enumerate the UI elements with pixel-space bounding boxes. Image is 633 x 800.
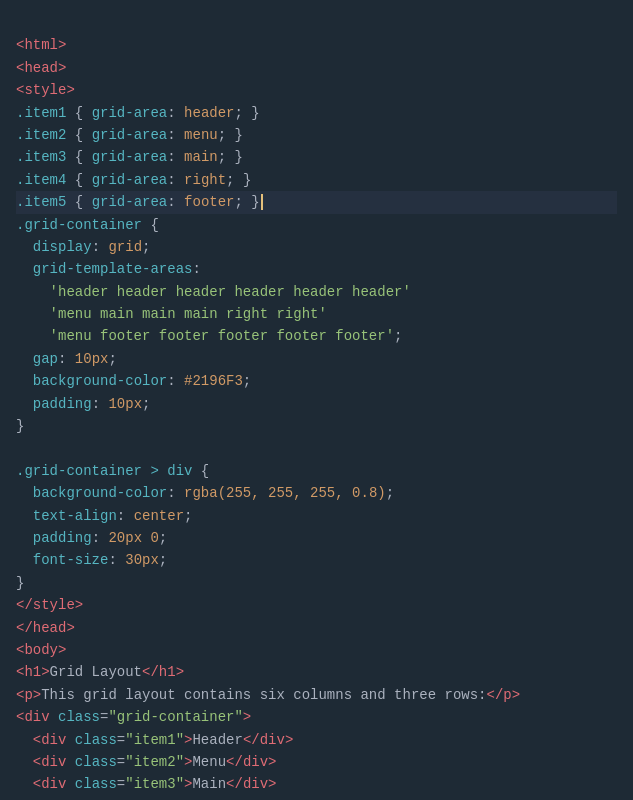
line: <div class="item3">Main</div>: [16, 773, 617, 795]
line: <h1>Grid Layout</h1>: [16, 661, 617, 683]
line: 'menu main main main right right': [16, 303, 617, 325]
line: padding: 10px;: [16, 393, 617, 415]
line: gap: 10px;: [16, 348, 617, 370]
line: <div class="item4">Right</div>: [16, 796, 617, 800]
line: background-color: #2196F3;: [16, 370, 617, 392]
line: [16, 437, 617, 459]
line: .grid-container > div {: [16, 460, 617, 482]
line: text-align: center;: [16, 505, 617, 527]
line: <head>: [16, 57, 617, 79]
line: .item1 { grid-area: header; }: [16, 102, 617, 124]
line: .item4 { grid-area: right; }: [16, 169, 617, 191]
line: background-color: rgba(255, 255, 255, 0.…: [16, 482, 617, 504]
line: <div class="grid-container">: [16, 706, 617, 728]
line: <style>: [16, 79, 617, 101]
line: 'header header header header header head…: [16, 281, 617, 303]
line: <html>: [16, 34, 617, 56]
line: <p>This grid layout contains six columns…: [16, 684, 617, 706]
line: .item2 { grid-area: menu; }: [16, 124, 617, 146]
line: .item5 { grid-area: footer; }​: [16, 191, 617, 213]
line: font-size: 30px;: [16, 549, 617, 571]
line: }: [16, 572, 617, 594]
line: }: [16, 415, 617, 437]
line: grid-template-areas:: [16, 258, 617, 280]
line: <div class="item1">Header</div>: [16, 729, 617, 751]
line: </head>: [16, 617, 617, 639]
line: <div class="item2">Menu</div>: [16, 751, 617, 773]
line: <body>: [16, 639, 617, 661]
line: display: grid;: [16, 236, 617, 258]
line: 'menu footer footer footer footer footer…: [16, 325, 617, 347]
line: padding: 20px 0;: [16, 527, 617, 549]
code-editor: <html><head><style>.item1 { grid-area: h…: [16, 12, 617, 800]
line: </style>: [16, 594, 617, 616]
line: .item3 { grid-area: main; }: [16, 146, 617, 168]
line: .grid-container {: [16, 214, 617, 236]
